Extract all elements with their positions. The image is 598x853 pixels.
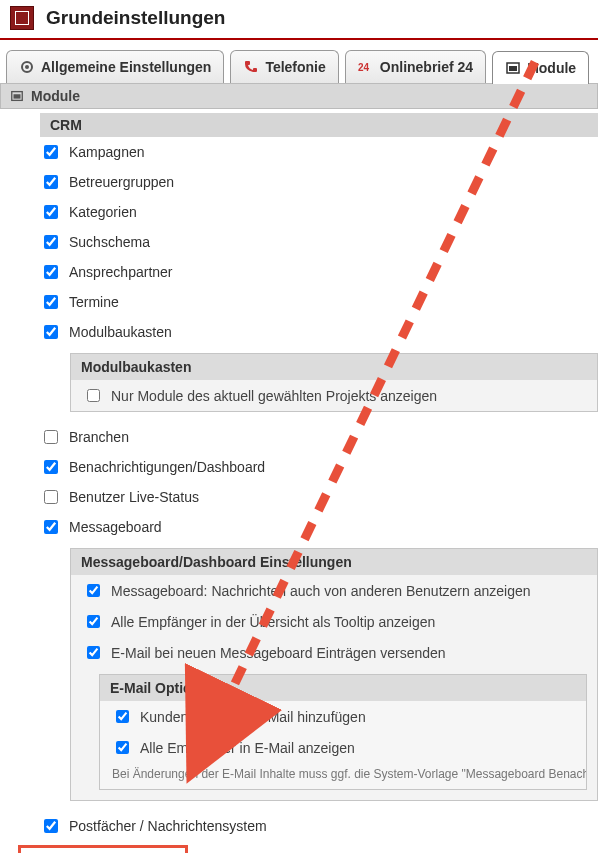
subbox-item: Nur Module des aktuell gewählten Projekt… xyxy=(71,380,597,411)
module-icon xyxy=(505,60,521,76)
svg-rect-4 xyxy=(509,66,517,71)
page-title: Grundeinstellungen xyxy=(46,7,225,29)
item-label: Kunden-Report in E-Mail hinzufügen xyxy=(140,709,366,725)
list-item: Kategorien xyxy=(0,197,598,227)
list-item: Messageboard xyxy=(0,512,598,542)
checkbox-mb-tooltip[interactable] xyxy=(87,615,100,628)
mail-24-icon: 24 xyxy=(358,59,374,75)
checkbox-email-report[interactable] xyxy=(116,710,129,723)
list-item: Branchen xyxy=(0,422,598,452)
email-options-box: E-Mail Optionen Kunden-Report in E-Mail … xyxy=(99,674,587,790)
list-item: Ansprechpartner xyxy=(0,257,598,287)
item-label: Messageboard: Nachrichten auch von ander… xyxy=(111,583,531,599)
subbox-title: E-Mail Optionen xyxy=(100,675,586,701)
email-note: Bei Änderungen der E-Mail Inhalte muss g… xyxy=(100,763,586,789)
item-label: Alle Empfänger in E-Mail anzeigen xyxy=(140,740,355,756)
item-label: Branchen xyxy=(69,429,129,445)
list-item: Benutzer Live-Status xyxy=(0,482,598,512)
tab-label: Telefonie xyxy=(265,59,325,75)
svg-text:24: 24 xyxy=(358,62,370,73)
subbox-item: E-Mail bei neuen Messageboard Einträgen … xyxy=(71,637,597,668)
tab-module[interactable]: Module xyxy=(492,51,589,84)
list-item: Modulbaukasten xyxy=(0,317,598,347)
checkbox-kampagnen[interactable] xyxy=(44,145,58,159)
item-label: Postfächer / Nachrichtensystem xyxy=(69,818,267,834)
item-label: Suchschema xyxy=(69,234,150,250)
checkbox-messageboard[interactable] xyxy=(44,520,58,534)
tab-label: Onlinebrief 24 xyxy=(380,59,473,75)
svg-rect-6 xyxy=(14,94,21,98)
page-header: Grundeinstellungen xyxy=(0,0,598,40)
subbox-item: Alle Empfänger in der Übersicht als Tool… xyxy=(71,606,597,637)
module-small-icon xyxy=(9,88,25,104)
messageboard-box: Messageboard/Dashboard Einstellungen Mes… xyxy=(70,548,598,801)
checkbox-modulbaukasten[interactable] xyxy=(44,325,58,339)
item-label: Kampagnen xyxy=(69,144,145,160)
checkbox-betreuergruppen[interactable] xyxy=(44,175,58,189)
tab-bar: Allgemeine Einstellungen Telefonie 24 On… xyxy=(0,40,598,83)
subbox-title: Messageboard/Dashboard Einstellungen xyxy=(71,549,597,575)
item-label: Benachrichtigungen/Dashboard xyxy=(69,459,265,475)
checkbox-only-current-project[interactable] xyxy=(87,389,100,402)
item-label: Betreuergruppen xyxy=(69,174,174,190)
tab-label: Allgemeine Einstellungen xyxy=(41,59,211,75)
svg-point-1 xyxy=(25,65,29,69)
tab-label: Module xyxy=(527,60,576,76)
item-label: Modulbaukasten xyxy=(69,324,172,340)
checkbox-suchschema[interactable] xyxy=(44,235,58,249)
checkbox-ansprechpartner[interactable] xyxy=(44,265,58,279)
checkbox-postfaecher[interactable] xyxy=(44,819,58,833)
item-label: Kategorien xyxy=(69,204,137,220)
checkbox-branchen[interactable] xyxy=(44,430,58,444)
item-label: Alle Empfänger in der Übersicht als Tool… xyxy=(111,614,435,630)
item-label: Benutzer Live-Status xyxy=(69,489,199,505)
list-item: Suchschema xyxy=(0,227,598,257)
subbox-item: Messageboard: Nachrichten auch von ander… xyxy=(71,575,597,606)
checkbox-termine[interactable] xyxy=(44,295,58,309)
list-item: Benachrichtigungen/Dashboard xyxy=(0,452,598,482)
checkbox-mb-email[interactable] xyxy=(87,646,100,659)
list-item: Termine xyxy=(0,287,598,317)
item-label: Ansprechpartner xyxy=(69,264,173,280)
item-label: E-Mail bei neuen Messageboard Einträgen … xyxy=(111,645,446,661)
section-crm-title: CRM xyxy=(40,113,598,137)
modulbaukasten-box: Modulbaukasten Nur Module des aktuell ge… xyxy=(70,353,598,412)
doku365-highlight: Doku365 Kunden-Accounts Dokumente xyxy=(18,845,188,853)
item-label: Messageboard xyxy=(69,519,162,535)
subbox-title: Modulbaukasten xyxy=(71,354,597,380)
checkbox-kategorien[interactable] xyxy=(44,205,58,219)
list-item: Betreuergruppen xyxy=(0,167,598,197)
tab-onlinebrief[interactable]: 24 Onlinebrief 24 xyxy=(345,50,486,83)
panel-label: Module xyxy=(31,88,80,104)
gear-icon xyxy=(19,59,35,75)
list-item: Kampagnen xyxy=(0,137,598,167)
checkbox-mb-other-users[interactable] xyxy=(87,584,100,597)
tab-telefonie[interactable]: Telefonie xyxy=(230,50,338,83)
phone-icon xyxy=(243,59,259,75)
content-area: CRM Kampagnen Betreuergruppen Kategorien… xyxy=(0,109,598,853)
list-item: Postfächer / Nachrichtensystem xyxy=(0,811,598,841)
panel-header: Module xyxy=(0,83,598,109)
checkbox-live-status[interactable] xyxy=(44,490,58,504)
subbox-item: Alle Empfänger in E-Mail anzeigen xyxy=(100,732,586,763)
item-label: Termine xyxy=(69,294,119,310)
tab-general[interactable]: Allgemeine Einstellungen xyxy=(6,50,224,83)
subbox-item: Kunden-Report in E-Mail hinzufügen xyxy=(100,701,586,732)
item-label: Nur Module des aktuell gewählten Projekt… xyxy=(111,388,437,404)
settings-icon xyxy=(10,6,34,30)
checkbox-email-recipients[interactable] xyxy=(116,741,129,754)
checkbox-benachrichtigungen[interactable] xyxy=(44,460,58,474)
